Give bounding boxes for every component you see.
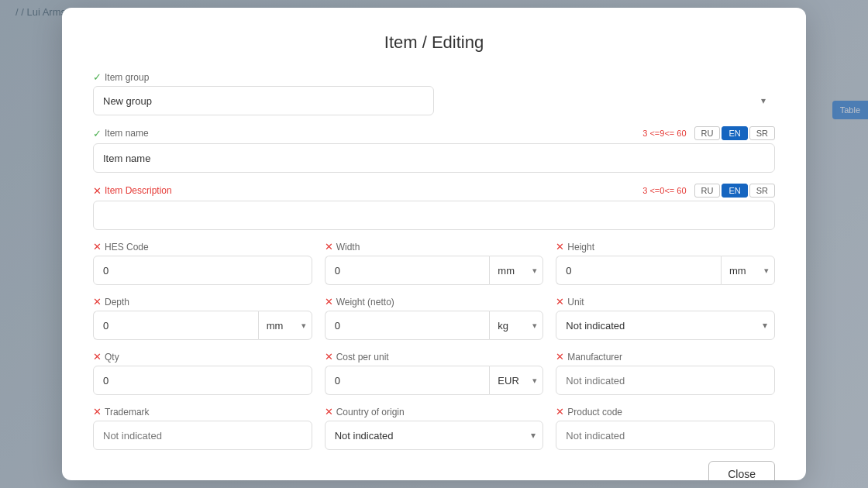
hes-x-icon: ✕ xyxy=(93,241,102,253)
height-label: Height xyxy=(567,242,594,253)
qty-input[interactable] xyxy=(93,366,312,395)
height-unit-wrap: mm cm m ▾ xyxy=(721,256,775,285)
item-desc-x-icon: ✕ xyxy=(93,185,102,197)
cost-x-icon: ✕ xyxy=(325,351,333,363)
depth-unit-select[interactable]: mm cm m xyxy=(258,311,312,340)
unit-field: ✕ Unit Not indicated pcs box ▾ xyxy=(556,296,775,340)
item-name-input[interactable] xyxy=(93,143,775,173)
product-code-label: Product code xyxy=(567,407,622,418)
manufacturer-input[interactable] xyxy=(556,366,775,395)
item-desc-lang-sr[interactable]: SR xyxy=(749,184,775,198)
item-name-lang-buttons: RU EN SR xyxy=(694,126,775,140)
depth-x-icon: ✕ xyxy=(93,296,102,308)
cost-field: ✕ Cost per unit EUR USD RUB ▾ xyxy=(325,351,544,395)
depth-input[interactable] xyxy=(93,311,258,340)
item-group-select-wrap: New group ▾ xyxy=(93,86,775,115)
item-desc-section: ✕ Item Description 3 <=0<= 60 RU EN SR xyxy=(93,184,775,230)
product-code-x-icon: ✕ xyxy=(556,406,564,418)
item-group-select[interactable]: New group xyxy=(93,86,434,115)
cost-currency-wrap: EUR USD RUB ▾ xyxy=(489,366,543,395)
depth-label: Depth xyxy=(105,297,129,308)
hes-label: HES Code xyxy=(105,242,149,253)
unit-select-wrapper: Not indicated pcs box ▾ xyxy=(556,311,775,340)
trademark-x-icon: ✕ xyxy=(93,406,102,418)
width-unit-select[interactable]: mm cm m xyxy=(489,256,543,285)
cost-currency-select[interactable]: EUR USD RUB xyxy=(489,366,543,395)
item-group-label: Item group xyxy=(105,72,149,83)
manufacturer-label: Manufacturer xyxy=(567,352,622,363)
trademark-field: ✕ Trademark xyxy=(93,406,312,450)
item-name-hint: 3 <=9<= 60 xyxy=(642,129,686,138)
manufacturer-x-icon: ✕ xyxy=(556,351,564,363)
weight-field: ✕ Weight (netto) kg g t ▾ xyxy=(325,296,544,340)
country-select-wrapper: Not indicated Russia Germany China ▾ xyxy=(325,421,544,450)
hes-input[interactable] xyxy=(93,256,312,285)
cost-input[interactable] xyxy=(325,366,490,395)
depth-unit-wrap: mm cm m ▾ xyxy=(258,311,312,340)
height-field: ✕ Height mm cm m ▾ xyxy=(556,241,775,285)
height-x-icon: ✕ xyxy=(556,241,564,253)
unit-select[interactable]: Not indicated pcs box xyxy=(556,311,775,340)
unit-label: Unit xyxy=(567,297,584,308)
width-field: ✕ Width mm cm m ▾ xyxy=(325,241,544,285)
item-name-check-icon: ✓ xyxy=(93,128,102,139)
product-code-field: ✕ Product code xyxy=(556,406,775,450)
item-group-check-icon: ✓ xyxy=(93,71,102,83)
row-hes-width-height: ✕ HES Code ✕ Width mm cm m xyxy=(93,241,775,285)
item-group-section: ✓ Item group New group ▾ xyxy=(93,71,775,115)
depth-field: ✕ Depth mm cm m ▾ xyxy=(93,296,312,340)
item-name-lang-ru[interactable]: RU xyxy=(694,126,721,140)
weight-unit-select[interactable]: kg g t xyxy=(489,311,543,340)
qty-field: ✕ Qty xyxy=(93,351,312,395)
item-desc-input[interactable] xyxy=(93,201,775,230)
item-group-chevron-icon: ▾ xyxy=(761,95,766,106)
weight-label: Weight (netto) xyxy=(336,297,394,308)
weight-unit-wrap: kg g t ▾ xyxy=(489,311,543,340)
item-name-lang-sr[interactable]: SR xyxy=(749,126,775,140)
country-select[interactable]: Not indicated Russia Germany China xyxy=(325,421,544,450)
height-unit-select[interactable]: mm cm m xyxy=(721,256,775,285)
width-unit-wrap: mm cm m ▾ xyxy=(489,256,543,285)
modal-footer: Close xyxy=(93,461,775,480)
weight-input-group: kg g t ▾ xyxy=(325,311,544,340)
qty-x-icon: ✕ xyxy=(93,351,102,363)
weight-x-icon: ✕ xyxy=(325,296,333,308)
item-desc-label: Item Description xyxy=(105,185,172,196)
close-button[interactable]: Close xyxy=(708,461,775,480)
modal-overlay: Item / Editing ✓ Item group New group ▾ … xyxy=(0,0,868,488)
country-label: Country of origin xyxy=(336,407,405,418)
width-label: Width xyxy=(336,242,360,253)
qty-label: Qty xyxy=(105,352,119,363)
width-x-icon: ✕ xyxy=(325,241,333,253)
height-input[interactable] xyxy=(556,256,721,285)
row-trademark-country-product: ✕ Trademark ✕ Country of origin Not indi… xyxy=(93,406,775,450)
country-field: ✕ Country of origin Not indicated Russia… xyxy=(325,406,544,450)
manufacturer-field: ✕ Manufacturer xyxy=(556,351,775,395)
row-depth-weight-unit: ✕ Depth mm cm m ▾ xyxy=(93,296,775,340)
item-name-section: ✓ Item name 3 <=9<= 60 RU EN SR xyxy=(93,126,775,173)
cost-label: Cost per unit xyxy=(336,352,389,363)
unit-x-icon: ✕ xyxy=(556,296,564,308)
width-input[interactable] xyxy=(325,256,490,285)
item-desc-lang-buttons: RU EN SR xyxy=(694,184,775,198)
product-code-input[interactable] xyxy=(556,421,775,450)
modal-title: Item / Editing xyxy=(93,33,775,53)
trademark-label: Trademark xyxy=(105,407,150,418)
item-desc-lang-en[interactable]: EN xyxy=(722,184,747,198)
item-desc-lang-ru[interactable]: RU xyxy=(694,184,721,198)
width-input-group: mm cm m ▾ xyxy=(325,256,544,285)
item-name-lang-en[interactable]: EN xyxy=(722,126,747,140)
depth-input-group: mm cm m ▾ xyxy=(93,311,312,340)
modal-container: Item / Editing ✓ Item group New group ▾ … xyxy=(62,8,806,480)
country-x-icon: ✕ xyxy=(325,406,333,418)
item-name-label: Item name xyxy=(105,128,149,139)
weight-input[interactable] xyxy=(325,311,490,340)
hes-code-field: ✕ HES Code xyxy=(93,241,312,285)
height-input-group: mm cm m ▾ xyxy=(556,256,775,285)
trademark-input[interactable] xyxy=(93,421,312,450)
cost-input-group: EUR USD RUB ▾ xyxy=(325,366,544,395)
item-desc-hint: 3 <=0<= 60 xyxy=(642,186,686,195)
row-qty-cost-manufacturer: ✕ Qty ✕ Cost per unit EUR USD xyxy=(93,351,775,395)
